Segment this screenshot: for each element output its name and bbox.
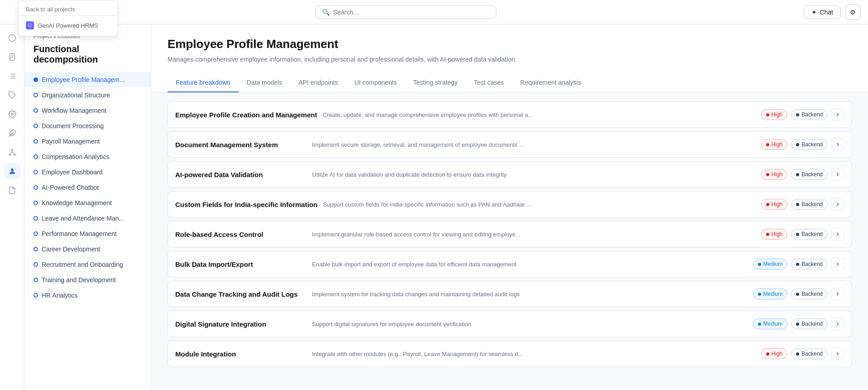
layer-label: Backend — [801, 231, 823, 237]
tab-data-models[interactable]: Data models — [239, 73, 291, 92]
project-icon: G — [26, 21, 34, 29]
sidebar-icon-file[interactable] — [4, 182, 20, 198]
module-label-knowledge-management: Knowledge Management — [42, 199, 112, 207]
sidebar-item-organizational-structure[interactable]: Organizational Structure — [24, 87, 151, 103]
module-label-document-processing: Document Processing — [42, 122, 104, 130]
layer-badge: Backend — [791, 348, 828, 359]
svg-line-18 — [10, 152, 12, 154]
chat-button[interactable]: ✦ Chat — [804, 5, 841, 19]
sidebar-item-recruitment-onboarding[interactable]: Recruitment and Onboarding — [24, 257, 151, 272]
sidebar-item-employee-dashboard[interactable]: Employee Dashboard — [24, 164, 151, 180]
tab-requirement-analysis[interactable]: Requirement analysis — [512, 73, 590, 92]
svg-point-0 — [9, 35, 15, 42]
feature-badges: High Backend — [761, 228, 844, 241]
sidebar-icon-person[interactable] — [4, 163, 20, 179]
table-row: Module Integration Integrate with other … — [168, 341, 852, 367]
sidebar-item-performance-management[interactable]: Performance Management — [24, 226, 151, 241]
table-row: Digital Signature Integration Support di… — [168, 311, 852, 337]
priority-dot — [758, 263, 761, 266]
feature-badges: Medium Backend — [753, 258, 844, 270]
layer-badge: Backend — [791, 289, 828, 299]
layer-dot — [796, 352, 799, 356]
priority-label: High — [772, 141, 783, 148]
feature-arrow-button[interactable] — [831, 168, 844, 181]
module-dot-employee-profile — [34, 77, 38, 82]
module-label-performance-management: Performance Management — [42, 230, 117, 237]
feature-arrow-button[interactable] — [831, 108, 844, 121]
sidebar-icon-document[interactable] — [4, 49, 20, 65]
sidebar-item-compensation-analytics[interactable]: Compensation Analytics — [24, 149, 151, 164]
feature-arrow-button[interactable] — [831, 138, 844, 151]
tab-test-cases[interactable]: Test cases — [466, 73, 512, 92]
feature-name: Digital Signature Integration — [175, 320, 307, 328]
feature-arrow-button[interactable] — [831, 318, 844, 330]
chat-icon: ✦ — [811, 9, 817, 16]
search-input[interactable] — [333, 9, 489, 16]
feature-arrow-button[interactable] — [831, 198, 844, 211]
sidebar-item-training-development[interactable]: Training and Development — [24, 272, 151, 288]
sidebar-icon-list[interactable] — [4, 68, 20, 84]
module-label-career-development: Career Development — [42, 246, 100, 253]
priority-dot — [766, 113, 769, 116]
layer-dot — [796, 203, 799, 206]
tab-ui-components[interactable]: UI components — [346, 73, 405, 92]
sidebar-icon-nodes[interactable] — [4, 144, 20, 160]
search-icon: 🔍 — [322, 9, 330, 16]
priority-label: High — [772, 171, 783, 178]
back-menu-back-label[interactable]: Back to all projects — [19, 3, 117, 16]
module-dot-payroll-management — [34, 139, 38, 144]
feature-desc: Support digital signatures for employee … — [312, 321, 748, 327]
sidebar-item-leave-attendance[interactable]: Leave and Attendance Man... — [24, 211, 151, 226]
feature-arrow-button[interactable] — [831, 288, 844, 300]
priority-label: High — [772, 201, 783, 207]
feature-badges: High Backend — [761, 347, 844, 360]
sidebar-item-document-processing[interactable]: Document Processing — [24, 118, 151, 134]
feature-desc: Implement granular role-based access con… — [312, 231, 756, 238]
module-sidebar: Project's modules Functional decompositi… — [24, 24, 151, 390]
back-menu-project[interactable]: G GenAI Powered HRMS — [19, 18, 117, 33]
feature-name: AI-powered Data Validation — [175, 171, 307, 178]
priority-dot — [766, 173, 769, 176]
table-row: Employee Profile Creation and Management… — [168, 101, 852, 128]
layer-label: Backend — [801, 111, 823, 118]
module-label-training-development: Training and Development — [42, 276, 116, 284]
sidebar-item-payroll-management[interactable]: Payroll Management — [24, 134, 151, 149]
feature-desc: Support custom fields for India-specific… — [323, 201, 755, 208]
svg-line-19 — [12, 152, 14, 154]
svg-point-11 — [11, 113, 13, 116]
sidebar-item-knowledge-management[interactable]: Knowledge Management — [24, 195, 151, 211]
page-title: Functional decomposition — [24, 44, 151, 70]
layer-label: Backend — [801, 291, 823, 297]
priority-badge: Medium — [753, 318, 788, 329]
sidebar-icon-tag[interactable] — [4, 87, 20, 103]
feature-name: Custom Fields for India-specific Informa… — [175, 201, 317, 208]
settings-button[interactable]: ⚙ — [845, 5, 861, 20]
sidebar-item-hr-analytics[interactable]: HR Analytics — [24, 288, 151, 303]
sidebar-item-ai-powered-chatbot[interactable]: AI-Powered Chatbot — [24, 180, 151, 195]
priority-badge: Medium — [753, 259, 788, 270]
layer-dot — [796, 293, 799, 296]
sidebar-item-career-development[interactable]: Career Development — [24, 241, 151, 257]
sidebar-icon-settings[interactable] — [4, 106, 20, 122]
tab-api-endpoints[interactable]: API endpoints — [290, 73, 346, 92]
feature-arrow-button[interactable] — [831, 228, 844, 241]
sidebar-icon-puzzle[interactable] — [4, 125, 20, 141]
table-row: Document Management System Implement sec… — [168, 131, 852, 158]
layer-badge: Backend — [791, 199, 828, 210]
tab-feature-breakdown[interactable]: Feature breakdown — [168, 73, 239, 92]
layer-label: Backend — [801, 201, 823, 207]
priority-dot — [766, 143, 769, 146]
priority-badge: High — [761, 348, 788, 359]
priority-dot — [758, 323, 761, 326]
feature-table: Employee Profile Creation and Management… — [151, 92, 868, 380]
layer-dot — [796, 143, 799, 146]
feature-arrow-button[interactable] — [831, 258, 844, 270]
feature-badges: Medium Backend — [753, 318, 844, 330]
tab-testing-strategy[interactable]: Testing strategy — [405, 73, 466, 92]
feature-name: Document Management System — [175, 141, 307, 149]
content-header: Employee Profile Management Manages comp… — [151, 24, 868, 92]
module-dot-document-processing — [34, 124, 38, 128]
feature-arrow-button[interactable] — [831, 347, 844, 360]
sidebar-item-employee-profile[interactable]: Employee Profile Managem... — [24, 72, 151, 87]
sidebar-item-workflow-management[interactable]: Workflow Management — [24, 103, 151, 118]
